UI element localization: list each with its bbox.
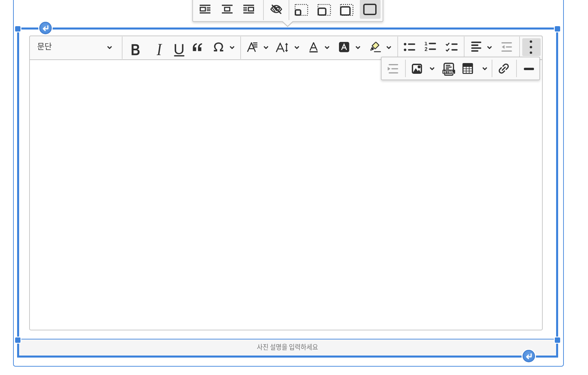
toolbar-separator (397, 37, 398, 59)
insert-table-dropdown[interactable] (482, 67, 487, 70)
font-background-color-icon (339, 42, 349, 52)
font-size-dropdown[interactable] (294, 46, 299, 49)
chevron-down-icon (355, 46, 360, 49)
image-break-text-icon (222, 5, 233, 14)
toolbar-separator (405, 60, 406, 77)
image-size-original-icon (363, 4, 377, 15)
insert-image-icon (412, 64, 422, 74)
resize-handle-bottom-right[interactable] (555, 337, 560, 343)
insert-table-icon (462, 63, 473, 74)
bulleted-list-button[interactable] (404, 43, 415, 52)
image-caption-text: 사진 설명을 입력하세요 (0, 0, 0, 0)
bold-icon (131, 42, 140, 57)
resize-handle-top-right[interactable] (555, 26, 560, 32)
font-background-color-dropdown[interactable] (355, 46, 360, 49)
font-family-icon (247, 42, 257, 52)
special-characters-dropdown[interactable] (230, 46, 235, 49)
insert-table-button[interactable] (462, 63, 473, 74)
text-alignment-dropdown[interactable] (487, 46, 492, 49)
font-color-icon (309, 42, 318, 53)
block-quote-icon (193, 43, 202, 51)
indent-button[interactable] (388, 64, 398, 73)
outdent-icon (501, 42, 512, 52)
numbered-list-button[interactable] (425, 42, 436, 51)
todo-list-button[interactable] (446, 43, 458, 52)
heading-dropdown-text: 문단 (0, 0, 0, 0)
block-quote-button[interactable] (193, 43, 202, 51)
resize-handle-top-left[interactable] (15, 26, 20, 32)
image-wrap-right-button[interactable] (200, 5, 210, 14)
image-size-medium-icon (317, 4, 331, 16)
font-background-color-button[interactable] (339, 42, 349, 52)
insert-image-dropdown[interactable] (430, 67, 435, 70)
image-resizer-bottom-edge (17, 339, 557, 339)
text-alignment-icon (471, 42, 481, 52)
image-balloon-toolbar (192, 0, 383, 22)
image-size-small-button[interactable] (295, 4, 308, 16)
image-caption-placeholder (257, 344, 318, 351)
insert-image-button[interactable] (412, 64, 422, 74)
horizontal-line-button[interactable] (524, 68, 534, 70)
editor-stage: 사진 설명을 입력하세요 문단 (0, 0, 588, 375)
image-wrap-left-button[interactable] (243, 5, 254, 14)
image-size-original-button[interactable] (363, 4, 377, 15)
italic-icon (155, 42, 164, 57)
font-size-icon (276, 43, 288, 52)
chevron-down-icon (487, 46, 492, 49)
insert-paragraph-before-button[interactable] (39, 22, 52, 34)
special-characters-icon (213, 42, 224, 52)
underline-button[interactable] (174, 42, 185, 58)
chevron-down-icon (294, 46, 299, 49)
more-items-icon (530, 40, 532, 54)
image-break-text-button[interactable] (222, 5, 233, 14)
resize-handle-bottom-left[interactable] (15, 337, 20, 343)
numbered-list-icon (425, 42, 436, 51)
horizontal-line-icon (524, 68, 534, 70)
underline-icon (174, 42, 185, 58)
image-size-medium-button[interactable] (317, 4, 331, 16)
more-items-button[interactable] (530, 40, 532, 54)
outdent-button[interactable] (501, 42, 512, 52)
heading-dropdown[interactable] (33, 38, 116, 58)
toolbar-separator (516, 60, 517, 77)
insert-paragraph-after-button[interactable] (523, 350, 535, 362)
image-alt-text-button[interactable] (270, 4, 282, 14)
image-wrap-right-icon (200, 5, 210, 14)
toolbar-separator (240, 37, 241, 59)
chevron-down-icon (325, 46, 330, 49)
toolbar-separator (263, 0, 264, 20)
chevron-down-icon (482, 67, 487, 70)
highlight-button[interactable] (368, 42, 381, 53)
link-icon (499, 63, 509, 74)
chevron-down-icon (230, 46, 235, 49)
highlight-icon (368, 42, 381, 53)
balloon-arrow-fill (282, 21, 293, 26)
numbered-list-digit (425, 42, 427, 45)
toolbar-separator (289, 0, 289, 20)
bulleted-list-icon (404, 43, 415, 52)
insert-paragraph-icon (40, 22, 52, 35)
insert-paragraph-icon (523, 350, 535, 363)
html-embed-button[interactable] (442, 63, 455, 76)
italic-button[interactable] (155, 42, 164, 57)
bold-button[interactable] (131, 42, 140, 57)
chevron-down-icon (386, 46, 391, 49)
font-color-button[interactable] (309, 42, 318, 53)
special-characters-button[interactable] (213, 42, 224, 52)
font-size-button[interactable] (276, 43, 288, 52)
image-size-small-icon (295, 4, 308, 16)
text-alignment-button[interactable] (471, 42, 481, 52)
todo-list-icon (446, 43, 458, 52)
font-color-dropdown[interactable] (325, 46, 330, 49)
toolbar-separator (492, 60, 492, 77)
link-button[interactable] (499, 63, 509, 74)
numbered-list-digit (425, 47, 427, 51)
highlight-dropdown[interactable] (386, 46, 391, 49)
font-family-button[interactable] (247, 42, 257, 52)
image-size-large-icon (340, 4, 353, 16)
font-family-dropdown[interactable] (263, 46, 268, 49)
toolbar-separator (464, 37, 464, 59)
image-size-large-button[interactable] (340, 4, 353, 16)
heading-dropdown-label (38, 43, 53, 51)
toolbar-separator (122, 37, 122, 59)
